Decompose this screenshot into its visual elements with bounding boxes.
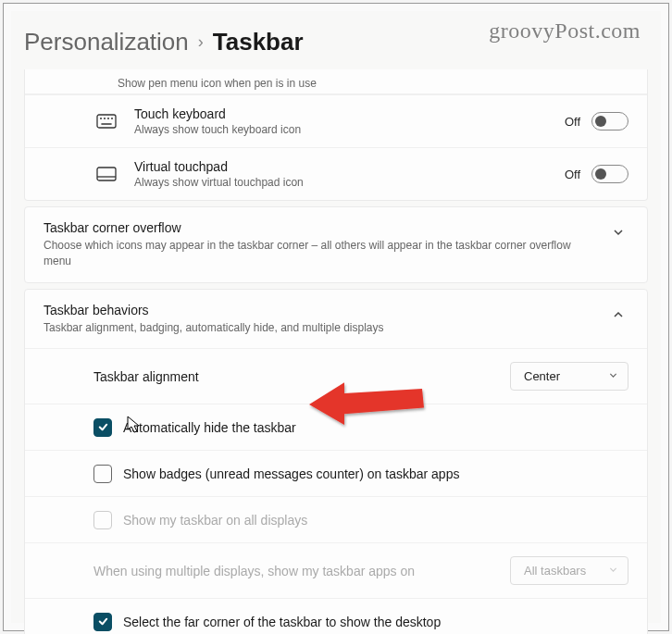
badges-label: Show badges (unread messages counter) on… (123, 466, 628, 481)
breadcrumb-current: Taskbar (213, 28, 304, 56)
taskbar-alignment-row: Taskbar alignment Center (25, 348, 647, 404)
badges-checkbox[interactable] (93, 465, 112, 483)
virtual-touchpad-sub: Always show virtual touchpad icon (134, 176, 550, 189)
all-displays-checkbox (93, 511, 112, 529)
watermark: groovyPost.com (489, 19, 641, 44)
far-corner-checkbox[interactable] (93, 613, 112, 631)
corner-overflow-card[interactable]: Taskbar corner overflow Choose which ico… (24, 206, 648, 283)
touch-keyboard-title: Touch keyboard (134, 106, 550, 121)
taskbar-corner-icons-card: Show pen menu icon when pen is in use To… (24, 69, 648, 201)
multi-displays-select: All taskbars (510, 556, 628, 585)
touch-keyboard-toggle-label: Off (565, 115, 580, 129)
badges-row[interactable]: Show badges (unread messages counter) on… (25, 450, 647, 496)
touch-keyboard-row: Touch keyboard Always show touch keyboar… (25, 94, 647, 147)
multi-displays-row: When using multiple displays, show my ta… (25, 542, 647, 598)
alignment-select[interactable]: Center (510, 362, 628, 391)
chevron-down-icon (608, 564, 618, 578)
multi-displays-label: When using multiple displays, show my ta… (93, 564, 499, 578)
virtual-touchpad-title: Virtual touchpad (134, 159, 550, 174)
chevron-up-icon[interactable] (608, 303, 628, 330)
chevron-down-icon (608, 369, 618, 383)
svg-rect-6 (97, 168, 116, 180)
all-displays-row: Show my taskbar on all displays (25, 496, 647, 542)
overflow-title: Taskbar corner overflow (44, 220, 597, 235)
taskbar-behaviors-card: Taskbar behaviors Taskbar alignment, bad… (24, 289, 648, 634)
chevron-right-icon: › (198, 32, 204, 52)
virtual-touchpad-toggle-label: Off (565, 168, 580, 181)
touch-keyboard-toggle[interactable] (591, 112, 628, 131)
alignment-label: Taskbar alignment (93, 369, 499, 384)
virtual-touchpad-toggle[interactable] (591, 165, 628, 183)
breadcrumb-parent[interactable]: Personalization (24, 28, 189, 56)
truncated-row: Show pen menu icon when pen is in use (25, 69, 647, 94)
far-corner-row[interactable]: Select the far corner of the taskbar to … (25, 598, 647, 634)
keyboard-icon (93, 114, 119, 129)
autohide-row[interactable]: Automatically hide the taskbar (25, 404, 647, 450)
autohide-label: Automatically hide the taskbar (123, 420, 628, 435)
behaviors-sub: Taskbar alignment, badging, automaticall… (44, 320, 597, 336)
all-displays-label: Show my taskbar on all displays (123, 513, 628, 528)
virtual-touchpad-row: Virtual touchpad Always show virtual tou… (25, 147, 647, 200)
behaviors-title: Taskbar behaviors (44, 303, 597, 317)
overflow-sub: Choose which icons may appear in the tas… (44, 238, 597, 269)
autohide-checkbox[interactable] (93, 418, 112, 437)
behaviors-header[interactable]: Taskbar behaviors Taskbar alignment, bad… (25, 290, 647, 349)
touchpad-icon (93, 167, 119, 181)
far-corner-label: Select the far corner of the taskbar to … (123, 615, 628, 629)
chevron-down-icon[interactable] (608, 220, 628, 248)
touch-keyboard-sub: Always show touch keyboard icon (134, 123, 550, 136)
svg-rect-0 (97, 115, 116, 128)
